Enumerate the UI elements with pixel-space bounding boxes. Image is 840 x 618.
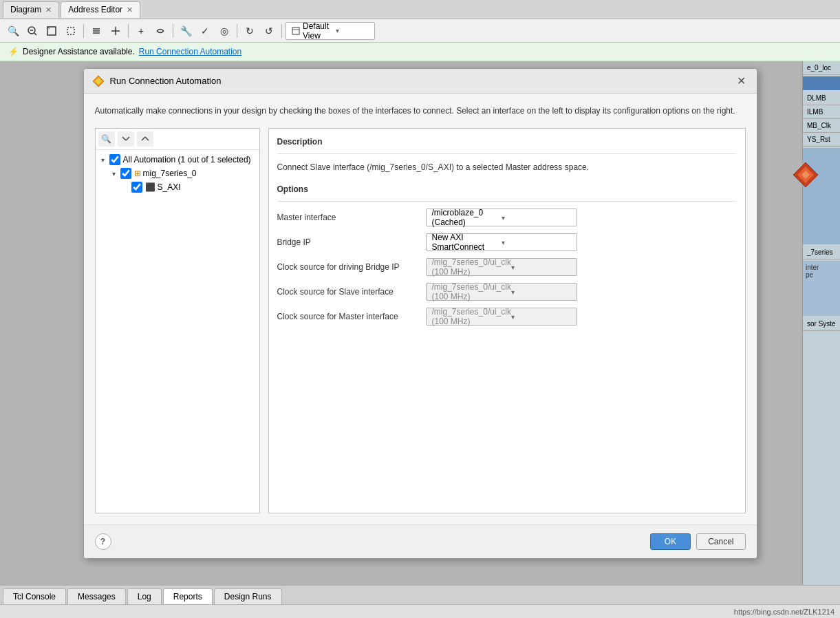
status-bar: https://bing.csdn.net/ZLK1214 xyxy=(0,604,840,618)
tree-toolbar: 🔍 xyxy=(96,129,259,150)
tree-label-saxi: S_AXI xyxy=(158,182,181,192)
option-label-master: Master interface xyxy=(277,213,415,222)
undo-button[interactable]: ↺ xyxy=(260,22,278,40)
sep-1 xyxy=(83,24,84,38)
clock-slave-value: /mig_7series_0/ui_clk (100 MHz) xyxy=(432,282,511,301)
arrange-button[interactable] xyxy=(87,22,105,40)
master-interface-value: /microblaze_0 (Cached) xyxy=(432,208,502,227)
bridge-dropdown-arrow: ▾ xyxy=(502,239,571,246)
bridge-ip-dropdown[interactable]: New AXI SmartConnect ▾ xyxy=(426,233,577,251)
select-button[interactable] xyxy=(62,22,80,40)
view-dropdown[interactable]: Default View ▾ xyxy=(286,22,375,40)
description-divider xyxy=(277,153,737,154)
tree-item-all-automation[interactable]: ▾ All Automation (1 out of 1 selected) xyxy=(96,153,259,167)
clock-master-arrow: ▾ xyxy=(511,313,571,321)
option-control-bridge: New AXI SmartConnect ▾ xyxy=(426,233,737,251)
bottom-tab-design-runs[interactable]: Design Runs xyxy=(214,588,282,604)
tree-expand-all: ▾ xyxy=(101,156,109,164)
bottom-tab-reports[interactable]: Reports xyxy=(163,588,213,604)
dialog-description-text: Automatically make connections in your d… xyxy=(95,105,746,117)
tree-content: ▾ All Automation (1 out of 1 selected) ▾… xyxy=(96,150,259,513)
cancel-button[interactable]: Cancel xyxy=(696,533,745,550)
toolbar: 🔍 + 🔧 ✓ ◎ ↻ ↺ Default View ▾ xyxy=(0,19,840,43)
description-section-label: Description xyxy=(277,137,737,147)
bottom-tab-messages[interactable]: Messages xyxy=(67,588,126,604)
validate-button[interactable]: ✓ xyxy=(196,22,214,40)
help-button[interactable]: ? xyxy=(95,533,111,550)
zoom-in-button[interactable]: 🔍 xyxy=(4,22,22,40)
tab-address-editor[interactable]: Address Editor ✕ xyxy=(61,1,140,18)
tree-item-saxi[interactable]: ⬛ S_AXI xyxy=(96,180,259,194)
svg-line-2 xyxy=(34,33,36,35)
main-area: clk_ e_0_loc DLMB ILMB MB_Clk YS_Rst _7s… xyxy=(0,61,840,585)
option-control-clock-bridge: /mig_7series_0/ui_clk (100 MHz) ▾ xyxy=(426,258,737,276)
svg-rect-5 xyxy=(67,28,74,34)
target-button[interactable]: ◎ xyxy=(215,22,233,40)
right-panel: Description Connect Slave interface (/mi… xyxy=(268,128,746,513)
dialog-overlay: Run Connection Automation ✕ Automaticall… xyxy=(0,61,840,585)
wrench-button[interactable]: 🔧 xyxy=(177,22,195,40)
distribute-button[interactable] xyxy=(107,22,125,40)
clock-bridge-dropdown[interactable]: /mig_7series_0/ui_clk (100 MHz) ▾ xyxy=(426,258,577,276)
ok-button[interactable]: OK xyxy=(650,533,691,550)
clock-bridge-arrow: ▾ xyxy=(511,264,571,271)
vivado-logo-area xyxy=(792,161,819,191)
tree-check-saxi[interactable] xyxy=(131,182,142,193)
sep-2 xyxy=(128,24,129,38)
sep-4 xyxy=(237,24,237,38)
tab-bar: Diagram ✕ Address Editor ✕ xyxy=(0,0,840,19)
sep-3 xyxy=(173,24,173,38)
tree-label-mig: mig_7series_0 xyxy=(143,169,197,178)
run-connection-dialog: Run Connection Automation ✕ Automaticall… xyxy=(83,68,757,559)
fit-button[interactable] xyxy=(43,22,61,40)
sep-5 xyxy=(281,24,282,38)
options-grid: Master interface /microblaze_0 (Cached) … xyxy=(277,209,737,326)
tree-expand-mig: ▾ xyxy=(112,170,120,178)
tree-expand-saxi xyxy=(123,184,131,191)
svg-line-18 xyxy=(122,137,126,140)
options-divider xyxy=(277,201,737,202)
run-connection-link[interactable]: Run Connection Automation xyxy=(139,47,241,56)
tree-collapse-button[interactable] xyxy=(118,131,134,147)
dialog-close-button[interactable]: ✕ xyxy=(734,74,749,87)
master-interface-dropdown[interactable]: /microblaze_0 (Cached) ▾ xyxy=(426,209,577,226)
tab-diagram-label: Diagram xyxy=(10,5,41,14)
svg-line-21 xyxy=(145,137,149,140)
bottom-tabs: Tcl Console Messages Log Reports Design … xyxy=(0,585,840,604)
tab-address-editor-close[interactable]: ✕ xyxy=(127,6,133,14)
tree-check-all-automation[interactable] xyxy=(109,154,120,165)
tree-expand-button[interactable] xyxy=(137,131,153,147)
clock-slave-dropdown[interactable]: /mig_7series_0/ui_clk (100 MHz) ▾ xyxy=(426,283,577,301)
add-ip-button[interactable]: + xyxy=(132,22,150,40)
svg-line-19 xyxy=(126,137,129,140)
description-text: Connect Slave interface (/mig_7series_0/… xyxy=(277,161,737,173)
mig-chip-icon: ⊞ xyxy=(134,169,141,178)
dialog-content: 🔍 ▾ xyxy=(95,128,746,513)
clock-slave-arrow: ▾ xyxy=(511,288,571,296)
clock-bridge-value: /mig_7series_0/ui_clk (100 MHz) xyxy=(432,257,511,277)
status-url: https://bing.csdn.net/ZLK1214 xyxy=(734,608,834,616)
saxi-interface-icon: ⬛ xyxy=(145,182,155,192)
footer-buttons: OK Cancel xyxy=(650,533,746,550)
tab-diagram-close[interactable]: ✕ xyxy=(45,6,52,14)
dialog-title-text: Run Connection Automation xyxy=(110,76,734,86)
zoom-out-button[interactable] xyxy=(23,22,41,40)
tab-diagram[interactable]: Diagram ✕ xyxy=(3,1,59,18)
dialog-footer: ? OK Cancel xyxy=(84,524,757,558)
dialog-body: Automatically make connections in your d… xyxy=(84,94,757,524)
svg-rect-11 xyxy=(292,28,299,34)
dialog-icon xyxy=(92,75,105,87)
option-label-clock-slave: Clock source for Slave interface xyxy=(277,287,415,297)
clock-master-value: /mig_7series_0/ui_clk (100 MHz) xyxy=(432,307,511,326)
bottom-tab-log[interactable]: Log xyxy=(127,588,162,604)
tab-address-editor-label: Address Editor xyxy=(68,5,122,14)
tree-item-mig7series[interactable]: ▾ ⊞ mig_7series_0 xyxy=(96,167,259,180)
connections-button[interactable] xyxy=(151,22,169,40)
assist-text: Designer Assistance available. xyxy=(23,47,135,56)
option-control-clock-master: /mig_7series_0/ui_clk (100 MHz) ▾ xyxy=(426,308,737,326)
clock-master-dropdown[interactable]: /mig_7series_0/ui_clk (100 MHz) ▾ xyxy=(426,308,577,326)
reload-button[interactable]: ↻ xyxy=(241,22,259,40)
tree-search-button[interactable]: 🔍 xyxy=(98,131,115,147)
bottom-tab-tcl[interactable]: Tcl Console xyxy=(3,588,66,604)
tree-check-mig[interactable] xyxy=(120,168,131,179)
